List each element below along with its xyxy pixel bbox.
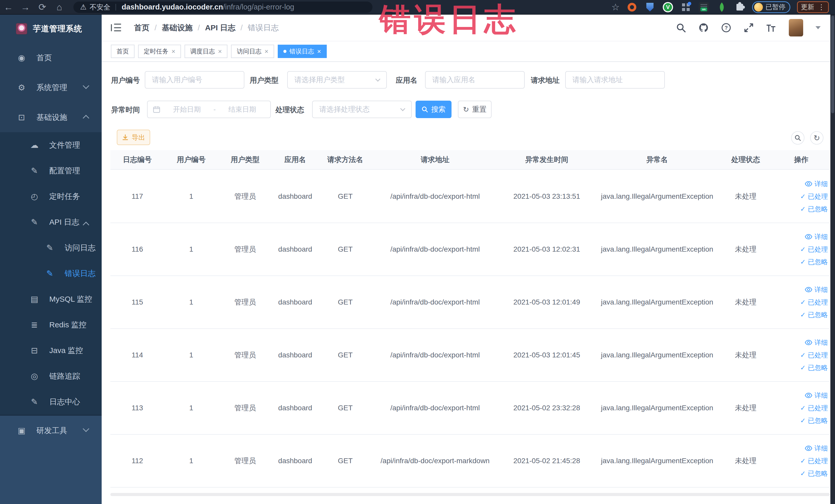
mark-ignored-link[interactable]: ✓已忽略 [800, 416, 828, 425]
mark-processed-link[interactable]: ✓已处理 [800, 457, 828, 465]
browser-reload-icon[interactable]: ⟳ [34, 2, 51, 13]
security-label[interactable]: 不安全 [89, 3, 110, 12]
browser-update-button[interactable]: 更新 ⋮ [797, 1, 829, 13]
sidebar-item-dev-tools[interactable]: ▣研发工具 [0, 416, 102, 445]
bookmark-star-icon[interactable]: ☆ [611, 2, 619, 13]
detail-link[interactable]: 详细 [805, 285, 828, 294]
cell-exception: java.lang.IllegalArgumentException [595, 245, 719, 254]
sidebar-item-java-monitor[interactable]: ⊟Java 监控 [0, 338, 102, 363]
search-icon[interactable] [676, 23, 686, 33]
sidebar-collapse-icon[interactable] [111, 24, 121, 32]
close-icon[interactable]: × [171, 48, 175, 55]
sidebar-item-redis-monitor[interactable]: ≣Redis 监控 [0, 312, 102, 338]
mark-ignored-link[interactable]: ✓已忽略 [800, 205, 828, 214]
extension-green-v-icon[interactable]: V [662, 2, 674, 13]
user-type-label: 用户类型 [250, 71, 279, 89]
cell-method: GET [318, 351, 372, 359]
mark-processed-link[interactable]: ✓已处理 [800, 298, 828, 307]
extension-on-badge-icon[interactable]: on [698, 2, 710, 13]
mark-ignored-link[interactable]: ✓已忽略 [800, 469, 828, 478]
cell-time: 2021-05-03 12:02:31 [498, 245, 595, 254]
user-avatar[interactable] [789, 19, 803, 37]
sidebar-item-api-logs[interactable]: ✎API 日志 [0, 209, 102, 235]
cell-method: GET [318, 404, 372, 412]
cell-time: 2021-05-03 12:01:49 [498, 298, 595, 306]
window-scrollbar[interactable] [830, 15, 835, 504]
extension-orange-icon[interactable] [626, 2, 638, 13]
cell-user_type: 管理员 [218, 297, 272, 307]
on-badge-shape: on [699, 2, 709, 12]
font-size-icon[interactable] [766, 23, 776, 33]
app-name-input[interactable] [425, 71, 525, 88]
detail-link[interactable]: 详细 [805, 233, 828, 241]
mark-processed-link[interactable]: ✓已处理 [800, 245, 828, 254]
exception-time-range-picker[interactable]: 开始日期 - 结束日期 [147, 101, 271, 118]
close-icon[interactable]: × [218, 48, 222, 55]
fullscreen-icon[interactable] [744, 23, 754, 33]
process-status-placeholder: 请选择处理状态 [319, 104, 401, 114]
tab-定时任务[interactable]: 定时任务× [138, 45, 181, 58]
reset-button[interactable]: ↻ 重置 [458, 101, 492, 118]
tab-首页[interactable]: 首页 [111, 45, 135, 58]
browser-menu-dots-icon[interactable]: ⋮ [818, 3, 825, 11]
export-button[interactable]: 导出 [117, 130, 150, 145]
mark-processed-link[interactable]: ✓已处理 [800, 192, 828, 201]
extension-grid-icon[interactable] [680, 2, 692, 13]
sidebar-item-trace[interactable]: ◎链路追踪 [0, 363, 102, 389]
mark-processed-link[interactable]: ✓已处理 [800, 351, 828, 360]
github-icon[interactable] [698, 23, 709, 33]
cell-user_type: 管理员 [218, 403, 272, 413]
tab-访问日志[interactable]: 访问日志× [231, 45, 274, 58]
extension-puzzle-icon[interactable] [734, 2, 746, 13]
extension-shield-icon[interactable] [644, 2, 656, 13]
mark-processed-link[interactable]: ✓已处理 [800, 404, 828, 412]
browser-forward-icon[interactable]: → [17, 2, 34, 13]
sidebar-item-home[interactable]: ◉首页 [0, 43, 102, 73]
sidebar-item-cron-jobs[interactable]: ◴定时任务 [0, 184, 102, 209]
process-status-select[interactable]: 请选择处理状态 [312, 101, 412, 118]
sidebar-item-error-logs[interactable]: ✎错误日志 [0, 261, 102, 286]
search-button[interactable]: 搜索 [415, 101, 451, 118]
mark-ignored-link[interactable]: ✓已忽略 [800, 363, 828, 372]
cell-user_id: 1 [164, 457, 218, 465]
browser-profile-chip[interactable]: 已暂停 [752, 1, 790, 13]
breadcrumb-item-1[interactable]: 首页 [134, 23, 149, 33]
close-icon[interactable]: × [317, 48, 321, 55]
close-icon[interactable]: × [264, 48, 268, 55]
sidebar-item-system-mgmt[interactable]: ⚙系统管理 [0, 73, 102, 102]
app-logo[interactable]: 芋道管理系统 [0, 15, 102, 43]
detail-link[interactable]: 详细 [805, 391, 828, 400]
sidebar-item-config-mgmt[interactable]: ✎配置管理 [0, 158, 102, 184]
user-type-select[interactable]: 请选择用户类型 [287, 71, 387, 88]
url-host: dashboard.yudao.iocoder.cn [122, 3, 223, 11]
sidebar-item-access-logs[interactable]: ✎访问日志 [0, 235, 102, 261]
table-bottom-scrollbar[interactable] [110, 493, 830, 496]
detail-link[interactable]: 详细 [805, 180, 828, 188]
request-url-input[interactable] [565, 71, 665, 88]
browser-home-icon[interactable]: ⌂ [51, 2, 68, 13]
mark-ignored-link[interactable]: ✓已忽略 [800, 310, 828, 319]
sidebar-item-file-mgmt[interactable]: ☁文件管理 [0, 132, 102, 158]
sidebar-item-log-center[interactable]: ✎日志中心 [0, 389, 102, 415]
breadcrumb-item-2[interactable]: 基础设施 [162, 23, 192, 33]
address-bar[interactable]: ⚠ 不安全 dashboard.yudao.iocoder.cn /infra/… [74, 2, 372, 13]
user-id-input[interactable] [145, 71, 244, 88]
browser-back-icon[interactable]: ← [0, 2, 17, 13]
user-menu-caret-icon[interactable] [815, 26, 821, 29]
extension-sprout-icon[interactable] [716, 2, 728, 13]
toggle-search-button[interactable] [791, 131, 805, 144]
tab-调度日志[interactable]: 调度日志× [185, 45, 227, 58]
scrollbar-thumb[interactable] [831, 16, 834, 113]
cell-method: GET [318, 192, 372, 201]
breadcrumb-item-3[interactable]: API 日志 [205, 23, 236, 33]
mark-ignored-link[interactable]: ✓已忽略 [800, 258, 828, 266]
sidebar-item-infrastructure[interactable]: ⊡基础设施 [0, 102, 102, 132]
detail-link[interactable]: 详细 [805, 444, 828, 453]
cell-operations: 详细✓已处理✓已忽略 [773, 391, 830, 425]
tab-错误日志[interactable]: 错误日志× [278, 45, 327, 58]
help-icon[interactable]: ? [721, 23, 731, 33]
sidebar-item-mysql-monitor[interactable]: ▤MySQL 监控 [0, 286, 102, 312]
detail-link[interactable]: 详细 [805, 338, 828, 347]
sidebar-item-label: 首页 [37, 53, 52, 63]
refresh-table-button[interactable]: ↻ [810, 131, 823, 144]
